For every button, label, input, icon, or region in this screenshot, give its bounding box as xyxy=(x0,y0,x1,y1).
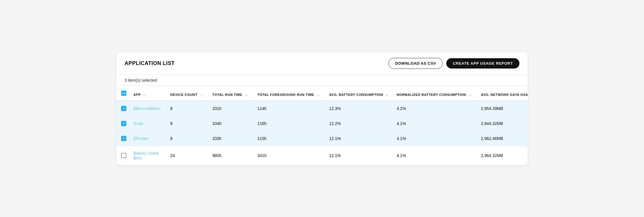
col-header-app[interactable]: APP ↑↓ xyxy=(129,86,165,101)
selection-info: 3 item(s) selected xyxy=(116,75,528,86)
table-row: ✓ Chrome 8 333h 115h 12.1% 4.1% 2,962.46… xyxy=(116,131,528,146)
row-3-avg-battery: 12.1% xyxy=(324,131,392,146)
row-1-avg-battery: 12.3% xyxy=(324,101,392,116)
row-4-checkbox-cell[interactable] xyxy=(116,146,129,165)
page-title: APPLICATION LIST xyxy=(125,60,175,66)
checkmark-icon: ✓ xyxy=(122,122,125,125)
checkmark-icon: ✓ xyxy=(122,137,125,140)
row-2-total-run-time: 334h xyxy=(208,116,253,131)
sort-icon-total-fg-run-time[interactable]: ↑↓ xyxy=(317,94,320,96)
table-row: Galaxy Store Beta 24 980h 341h 12.1% 4.1… xyxy=(116,146,528,165)
row-4-avg-network: 2,964.32MB xyxy=(476,146,528,165)
app-usage-table: — APP ↑↓ DEVICE COUNT ↑↓ xyxy=(116,86,528,165)
row-3-total-fg-run-time: 115h xyxy=(253,131,325,146)
row-1-checkbox-cell[interactable]: ✓ xyxy=(116,101,129,116)
row-1-total-fg-run-time: 114h xyxy=(253,101,325,116)
select-all-checkbox[interactable]: — xyxy=(121,91,126,96)
sort-icon-avg-battery[interactable]: ↓ xyxy=(386,94,387,96)
table-header: APPLICATION LIST DOWNLOAD AS CSV CREATE … xyxy=(116,52,528,75)
col-header-avg-battery[interactable]: AVG. BATTERY CONSUMPTION ↓ xyxy=(324,86,392,101)
row-1-device-count: 8 xyxy=(165,101,207,116)
row-1-total-run-time: 331h xyxy=(208,101,253,116)
row-1-checkbox[interactable]: ✓ xyxy=(121,106,126,111)
row-2-checkbox-cell[interactable]: ✓ xyxy=(116,116,129,131)
col-header-total-fg-run-time[interactable]: TOTAL FOREGROUND RUN TIME ↑↓ xyxy=(253,86,325,101)
row-1-normalized-battery: 4.2% xyxy=(392,101,476,116)
row-2-total-fg-run-time: 116h xyxy=(253,116,325,131)
row-3-total-run-time: 333h xyxy=(208,131,253,146)
row-3-checkbox[interactable]: ✓ xyxy=(121,136,126,141)
sort-icon-normalized-battery[interactable]: ↑↓ xyxy=(469,94,472,96)
col-header-total-run-time[interactable]: TOTAL RUN TIME ↑↓ xyxy=(208,86,253,101)
row-2-checkbox[interactable]: ✓ xyxy=(121,121,126,126)
row-2-app-name: Junit xyxy=(129,116,165,131)
row-4-checkbox[interactable] xyxy=(121,153,126,158)
row-4-normalized-battery: 4.1% xyxy=(392,146,476,165)
col-header-device-count[interactable]: DEVICE COUNT ↑↓ xyxy=(165,86,207,101)
row-2-device-count: 8 xyxy=(165,116,207,131)
row-4-app-name: Galaxy Store Beta xyxy=(129,146,165,165)
row-2-avg-network: 2,944.32MB xyxy=(476,116,528,131)
table-row: ✓ Junit 8 334h 116h 12.2% 4.1% 2,944.32M… xyxy=(116,116,528,131)
row-3-device-count: 8 xyxy=(165,131,207,146)
download-csv-button[interactable]: DOWNLOAD AS CSV xyxy=(388,58,443,69)
row-3-normalized-battery: 4.1% xyxy=(392,131,476,146)
row-3-avg-network: 2,962.46MB xyxy=(476,131,528,146)
table-row: ✓ ChromeDriver 8 331h 114h 12.3% 4.2% 2,… xyxy=(116,101,528,116)
row-4-total-fg-run-time: 341h xyxy=(253,146,325,165)
create-report-button[interactable]: CREATE APP USAGE REPORT xyxy=(446,58,519,69)
header-actions: DOWNLOAD AS CSV CREATE APP USAGE REPORT xyxy=(388,58,519,69)
table-header-row: — APP ↑↓ DEVICE COUNT ↑↓ xyxy=(116,86,528,101)
select-all-header[interactable]: — xyxy=(116,86,129,101)
row-2-avg-battery: 12.2% xyxy=(324,116,392,131)
sort-icon-total-run-time[interactable]: ↑↓ xyxy=(245,94,248,96)
row-1-app-name: ChromeDriver xyxy=(129,101,165,116)
row-2-normalized-battery: 4.1% xyxy=(392,116,476,131)
row-3-app-name: Chrome xyxy=(129,131,165,146)
col-header-normalized-battery[interactable]: NORMALIZED BATTERY CONSUMPTION ↑↓ xyxy=(392,86,476,101)
row-4-total-run-time: 980h xyxy=(208,146,253,165)
row-3-checkbox-cell[interactable]: ✓ xyxy=(116,131,129,146)
minus-icon: — xyxy=(122,91,126,95)
row-1-avg-network: 2,954.39MB xyxy=(476,101,528,116)
table-wrapper: — APP ↑↓ DEVICE COUNT ↑↓ xyxy=(116,86,528,165)
row-4-device-count: 24 xyxy=(165,146,207,165)
sort-icon-app[interactable]: ↑↓ xyxy=(143,94,146,96)
col-header-avg-network[interactable]: AVG. NETWORK DATA USAGE ↑↓ xyxy=(476,86,528,101)
main-container: APPLICATION LIST DOWNLOAD AS CSV CREATE … xyxy=(116,52,528,165)
checkmark-icon: ✓ xyxy=(122,107,125,110)
sort-icon-device-count[interactable]: ↑↓ xyxy=(200,94,203,96)
row-4-avg-battery: 12.1% xyxy=(324,146,392,165)
